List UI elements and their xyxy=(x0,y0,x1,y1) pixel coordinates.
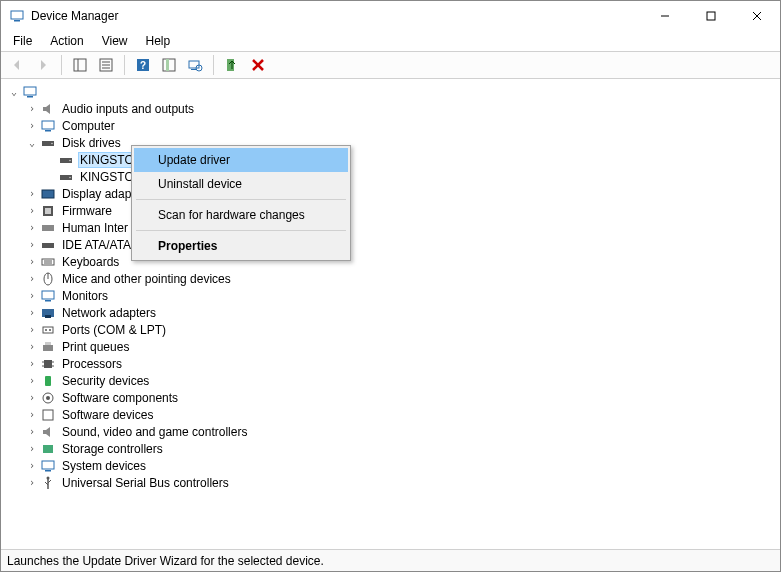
svg-rect-0 xyxy=(11,11,23,19)
tree-category-system[interactable]: › System devices xyxy=(25,457,778,474)
context-menu-separator xyxy=(136,199,346,200)
expand-icon[interactable]: › xyxy=(25,374,39,388)
close-button[interactable] xyxy=(734,1,780,31)
tree-category-processors[interactable]: › Processors xyxy=(25,355,778,372)
expand-icon[interactable]: › xyxy=(25,289,39,303)
svg-rect-45 xyxy=(45,315,51,318)
ide-icon xyxy=(40,237,56,253)
expand-icon[interactable]: › xyxy=(25,238,39,252)
tree-label: KINGSTO xyxy=(78,169,136,185)
tree-label: Disk drives xyxy=(60,135,123,151)
status-text: Launches the Update Driver Wizard for th… xyxy=(7,554,324,568)
context-menu-uninstall[interactable]: Uninstall device xyxy=(134,172,348,196)
computer-icon xyxy=(40,118,56,134)
toolbar: ? xyxy=(1,51,780,79)
tree-category-usb[interactable]: › Universal Serial Bus controllers xyxy=(25,474,778,491)
tree-category-software-devices[interactable]: › Software devices xyxy=(25,406,778,423)
toolbar-separator xyxy=(124,55,125,75)
tree-label: Monitors xyxy=(60,288,110,304)
tree-category-monitors[interactable]: › Monitors xyxy=(25,287,778,304)
expand-icon[interactable]: › xyxy=(25,204,39,218)
tree-category-network[interactable]: › Network adapters xyxy=(25,304,778,321)
maximize-button[interactable] xyxy=(688,1,734,31)
tree-label: Ports (COM & LPT) xyxy=(60,322,168,338)
printer-icon xyxy=(40,339,56,355)
expand-icon[interactable]: › xyxy=(25,425,39,439)
tree-category-print-queues[interactable]: › Print queues xyxy=(25,338,778,355)
tree-category-ports[interactable]: › Ports (COM & LPT) xyxy=(25,321,778,338)
mouse-icon xyxy=(40,271,56,287)
display-adapter-icon xyxy=(40,186,56,202)
tree-label: Mice and other pointing devices xyxy=(60,271,233,287)
update-driver-button[interactable] xyxy=(157,53,181,77)
back-button[interactable] xyxy=(5,53,29,77)
tree-root[interactable]: ⌄ xyxy=(7,83,778,100)
menu-help[interactable]: Help xyxy=(138,32,179,50)
expand-icon[interactable]: › xyxy=(25,408,39,422)
window-title: Device Manager xyxy=(31,9,642,23)
tree-label: Display adap xyxy=(60,186,133,202)
expand-icon[interactable]: › xyxy=(25,323,39,337)
enable-device-button[interactable] xyxy=(220,53,244,77)
network-icon xyxy=(40,305,56,321)
tree-label: Keyboards xyxy=(60,254,121,270)
svg-rect-37 xyxy=(42,259,54,265)
show-hide-tree-button[interactable] xyxy=(68,53,92,77)
tree-label: Audio inputs and outputs xyxy=(60,101,196,117)
svg-point-29 xyxy=(69,159,71,161)
tree-label: Security devices xyxy=(60,373,151,389)
expand-icon[interactable]: › xyxy=(25,357,39,371)
expand-icon[interactable]: › xyxy=(25,187,39,201)
tree-category-security[interactable]: › Security devices xyxy=(25,372,778,389)
tree-category-sound[interactable]: › Sound, video and game controllers xyxy=(25,423,778,440)
firmware-icon xyxy=(40,203,56,219)
expand-icon[interactable]: › xyxy=(25,272,39,286)
collapse-icon[interactable]: ⌄ xyxy=(25,136,39,150)
expand-icon[interactable]: › xyxy=(25,340,39,354)
expand-icon[interactable]: › xyxy=(25,476,39,490)
svg-rect-1 xyxy=(14,20,20,22)
svg-rect-50 xyxy=(45,342,51,345)
tree-category-computer[interactable]: › Computer xyxy=(25,117,778,134)
scan-hardware-button[interactable] xyxy=(183,53,207,77)
expand-icon[interactable]: › xyxy=(25,102,39,116)
tree-category-software-components[interactable]: › Software components xyxy=(25,389,778,406)
expand-icon[interactable]: › xyxy=(25,391,39,405)
context-menu: Update driver Uninstall device Scan for … xyxy=(131,145,351,261)
tree-label: Software devices xyxy=(60,407,155,423)
svg-rect-3 xyxy=(707,12,715,20)
svg-rect-6 xyxy=(74,59,86,71)
expand-icon[interactable]: › xyxy=(25,119,39,133)
menu-view[interactable]: View xyxy=(94,32,136,50)
tree-label: Human Inter xyxy=(60,220,130,236)
svg-point-58 xyxy=(46,396,50,400)
expand-icon[interactable]: › xyxy=(25,459,39,473)
tree-view[interactable]: ⌄ › Audio inputs and outputs › Computer xyxy=(1,79,780,549)
svg-point-64 xyxy=(47,476,50,479)
tree-label: Universal Serial Bus controllers xyxy=(60,475,231,491)
keyboard-icon xyxy=(40,254,56,270)
toolbar-separator xyxy=(213,55,214,75)
forward-button[interactable] xyxy=(31,53,55,77)
context-menu-properties[interactable]: Properties xyxy=(134,234,348,258)
svg-rect-16 xyxy=(189,61,199,68)
help-button[interactable]: ? xyxy=(131,53,155,77)
uninstall-device-button[interactable] xyxy=(246,53,270,77)
minimize-button[interactable] xyxy=(642,1,688,31)
processor-icon xyxy=(40,356,56,372)
menu-action[interactable]: Action xyxy=(42,32,91,50)
expand-icon[interactable]: › xyxy=(25,255,39,269)
properties-button[interactable] xyxy=(94,53,118,77)
context-menu-update-driver[interactable]: Update driver xyxy=(134,148,348,172)
expand-icon[interactable]: › xyxy=(25,306,39,320)
svg-rect-61 xyxy=(42,461,54,469)
tree-category-mice[interactable]: › Mice and other pointing devices xyxy=(25,270,778,287)
tree-category-audio[interactable]: › Audio inputs and outputs xyxy=(25,100,778,117)
tree-category-storage[interactable]: › Storage controllers xyxy=(25,440,778,457)
audio-icon xyxy=(40,101,56,117)
expand-icon[interactable]: › xyxy=(25,442,39,456)
menu-file[interactable]: File xyxy=(5,32,40,50)
context-menu-scan[interactable]: Scan for hardware changes xyxy=(134,203,348,227)
expand-icon[interactable]: › xyxy=(25,221,39,235)
collapse-icon[interactable]: ⌄ xyxy=(7,85,21,99)
